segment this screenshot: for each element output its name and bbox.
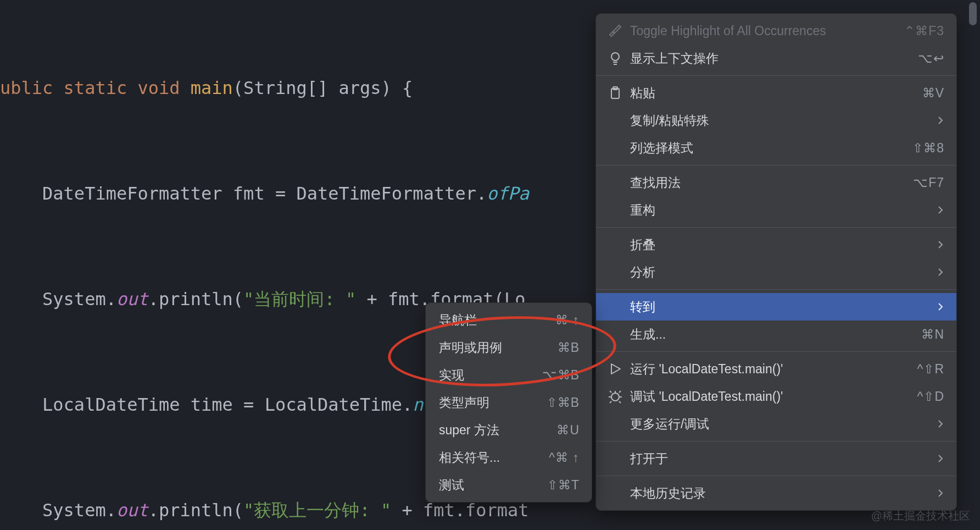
menu-item-label: 显示上下文操作 — [630, 50, 719, 67]
menu-item-shortcut: ⇧⌘8 — [912, 141, 944, 156]
menu-item-shortcut: ⇧⌘B — [547, 395, 580, 410]
menu-item-shortcut: ⌥F7 — [913, 175, 944, 190]
menu-item: Toggle Highlight of All Occurrences⌃⌘F3 — [596, 17, 956, 45]
icon-spacer — [608, 175, 622, 190]
chevron-right-icon — [937, 206, 944, 214]
menu-separator — [596, 75, 956, 76]
icon-spacer — [608, 203, 622, 217]
menu-item-shortcut — [937, 116, 944, 125]
menu-item[interactable]: 更多运行/调试 — [596, 410, 956, 438]
icon-spacer — [608, 141, 622, 155]
vertical-scrollbar[interactable] — [969, 2, 977, 25]
menu-item-label: 本地历史记录 — [630, 485, 706, 502]
menu-item-shortcut: ⌘B — [558, 340, 580, 355]
menu-item[interactable]: 查找用法⌥F7 — [596, 169, 956, 196]
menu-item[interactable]: 折叠 — [596, 231, 956, 258]
menu-item[interactable]: super 方法⌘U — [426, 416, 592, 444]
menu-item[interactable]: 调试 'LocalDateTest.main()'^⇧D — [596, 383, 956, 410]
menu-item-label: 粘贴 — [630, 85, 655, 102]
menu-item-shortcut — [937, 302, 944, 311]
menu-item-shortcut: ⌥⌘B — [542, 368, 580, 383]
icon-spacer — [608, 238, 622, 252]
menu-item[interactable]: 导航栏⌘ ↑ — [426, 306, 592, 334]
menu-item-shortcut — [937, 419, 944, 428]
context-menu[interactable]: Toggle Highlight of All Occurrences⌃⌘F3显… — [595, 13, 957, 511]
menu-separator — [596, 351, 956, 352]
menu-item-shortcut — [937, 454, 944, 463]
menu-item[interactable]: 声明或用例⌘B — [426, 334, 592, 361]
menu-item[interactable]: 打开于 — [596, 445, 956, 472]
menu-item[interactable]: 运行 'LocalDateTest.main()'^⇧R — [596, 355, 956, 383]
bulb-icon — [608, 51, 622, 65]
menu-item-shortcut: ⇧⌘T — [547, 478, 580, 493]
chevron-right-icon — [937, 240, 944, 249]
menu-item-shortcut: ⌃⌘F3 — [904, 24, 944, 38]
menu-item-shortcut: ^⌘ ↑ — [549, 450, 580, 465]
menu-item-label: 转到 — [630, 299, 655, 316]
chevron-right-icon — [937, 419, 944, 428]
menu-item-shortcut: ^⇧D — [917, 389, 944, 404]
play-icon — [608, 362, 622, 376]
menu-item-label: 声明或用例 — [439, 339, 502, 356]
menu-separator — [596, 476, 956, 476]
menu-item[interactable]: 显示上下文操作⌥↩ — [596, 45, 956, 72]
bug-icon — [608, 389, 622, 404]
menu-item[interactable]: 分析 — [596, 258, 956, 286]
icon-spacer — [608, 486, 622, 500]
menu-item-label: 打开于 — [630, 450, 668, 467]
menu-item-label: 折叠 — [630, 236, 655, 253]
menu-item-shortcut: ⌥↩ — [918, 51, 944, 66]
menu-item[interactable]: 类型声明⇧⌘B — [426, 389, 592, 416]
menu-item-shortcut: ⌘N — [921, 327, 944, 342]
icon-spacer — [608, 451, 622, 466]
chevron-right-icon — [937, 268, 944, 277]
goto-submenu[interactable]: 导航栏⌘ ↑声明或用例⌘B实现⌥⌘B类型声明⇧⌘Bsuper 方法⌘U相关符号.… — [425, 302, 592, 503]
icon-spacer — [608, 113, 622, 128]
menu-separator — [596, 441, 956, 441]
menu-item-shortcut: ⌘V — [922, 86, 944, 101]
chevron-right-icon — [937, 302, 944, 311]
menu-item-shortcut — [937, 240, 944, 249]
menu-item-label: 相关符号... — [439, 449, 500, 466]
menu-item-label: 测试 — [439, 477, 464, 494]
menu-separator — [596, 165, 956, 165]
menu-item-shortcut: ⌘ ↑ — [555, 313, 580, 328]
menu-item[interactable]: 重构 — [596, 196, 956, 224]
menu-item[interactable]: 本地历史记录 — [596, 479, 956, 507]
menu-item[interactable]: 粘贴⌘V — [596, 79, 956, 107]
watermark: @稀土掘金技术社区 — [871, 509, 970, 523]
menu-item-label: 导航栏 — [439, 312, 477, 329]
menu-item-label: 重构 — [630, 202, 655, 219]
menu-item-label: 复制/粘贴特殊 — [630, 112, 709, 129]
menu-item[interactable]: 实现⌥⌘B — [426, 361, 592, 389]
menu-item[interactable]: 相关符号...^⌘ ↑ — [426, 444, 592, 471]
menu-item-label: 列选择模式 — [630, 140, 693, 157]
icon-spacer — [608, 265, 622, 279]
menu-separator — [596, 227, 956, 228]
menu-item[interactable]: 列选择模式⇧⌘8 — [596, 134, 956, 162]
icon-spacer — [608, 327, 622, 341]
clipboard-icon — [608, 86, 622, 100]
chevron-right-icon — [937, 116, 944, 125]
menu-separator — [596, 289, 956, 290]
menu-item-shortcut: ^⇧R — [917, 362, 944, 377]
chevron-right-icon — [937, 454, 944, 463]
menu-item[interactable]: 转到 — [596, 293, 956, 321]
menu-item-label: 运行 'LocalDateTest.main()' — [630, 361, 783, 378]
chevron-right-icon — [937, 489, 944, 498]
menu-item[interactable]: 测试⇧⌘T — [426, 471, 592, 499]
menu-item[interactable]: 复制/粘贴特殊 — [596, 107, 956, 134]
menu-item-shortcut — [937, 268, 944, 277]
menu-item-shortcut — [937, 206, 944, 214]
menu-item-label: 分析 — [630, 264, 655, 281]
menu-item-shortcut — [937, 489, 944, 498]
menu-item-label: 查找用法 — [630, 174, 681, 191]
menu-item-label: 调试 'LocalDateTest.main()' — [630, 388, 783, 405]
menu-item-shortcut: ⌘U — [556, 423, 580, 438]
menu-item-label: 类型声明 — [439, 394, 489, 411]
icon-spacer — [608, 417, 622, 431]
menu-item-label: 实现 — [439, 367, 464, 384]
icon-spacer — [608, 300, 622, 314]
menu-item[interactable]: 生成...⌘N — [596, 321, 956, 348]
highlight-icon — [608, 24, 622, 38]
